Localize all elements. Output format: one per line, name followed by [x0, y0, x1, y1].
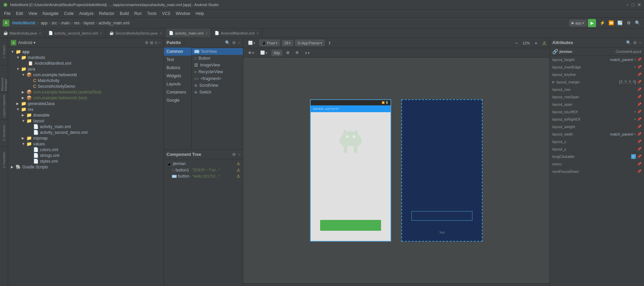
tab-close-btn[interactable]: × [100, 31, 102, 35]
tab-close-btn[interactable]: × [257, 31, 259, 35]
project-panel-gear-icon[interactable]: ⊞ [150, 40, 153, 45]
tab-activity-second-demo[interactable]: 📄 activity_second_demo.xml × [45, 28, 106, 38]
tree-item-colors[interactable]: 📄 colors.xml [8, 147, 163, 152]
toolbar-icon-btn[interactable]: ⚡ [599, 19, 606, 27]
palette-cat-widgets[interactable]: Widgets [164, 72, 191, 80]
attr-val-menu[interactable]: 📌 [597, 162, 642, 166]
palette-cat-text[interactable]: Text [164, 56, 191, 64]
toolbar-run-config[interactable]: ▶ app ▾ [569, 20, 586, 26]
minimize-btn[interactable]: − [626, 2, 629, 7]
menu-item-vcs[interactable]: VCS [159, 11, 173, 17]
side-tab-project[interactable]: 1: Project [0, 38, 8, 65]
attr-val-layout-to-left-of[interactable]: ▾ 📌 [597, 110, 642, 114]
palette-item-imageview[interactable]: 🖼 ImageView [192, 62, 243, 68]
attrs-settings-icon[interactable]: ⚙ [633, 40, 637, 45]
attr-val-layout-to-right-of[interactable]: ▾ 📌 [597, 117, 642, 121]
tree-item-gradle[interactable]: ▶ 🐘 Gradle Scripts [8, 164, 163, 170]
tree-item-com-example[interactable]: ▼ 📦 com.example.helloworld [8, 72, 163, 78]
close-btn[interactable]: ✕ [637, 2, 641, 7]
attr-val-layout-row[interactable]: 📌 [597, 87, 642, 91]
tab-close-btn[interactable]: × [160, 31, 162, 35]
tree-item-android-manifest[interactable]: 📋 AndroidManifest.xml [8, 60, 163, 66]
blueprint-btn[interactable]: ⬜ ▾ [258, 50, 269, 56]
menu-item-window[interactable]: Window [173, 11, 193, 17]
toolbar-icon-btn4[interactable]: ⚙ [625, 19, 632, 27]
tree-item-activity-second-demo[interactable]: 📄 activity_second_demo.xml [8, 129, 163, 135]
palette-minimize-icon[interactable]: − [238, 40, 240, 45]
project-panel-config-icon[interactable]: ⚙ [145, 40, 149, 45]
palette-cat-buttons[interactable]: Buttons [164, 64, 191, 72]
api-selector[interactable]: 📱 Pixel ▾ [259, 40, 280, 46]
zoom-out-btn[interactable]: − [514, 40, 519, 46]
align-btn[interactable]: ≡ ▾ [303, 50, 311, 56]
ct-item-button1[interactable]: □ button1 - "启动另一个ac..." ⚠ [164, 167, 243, 173]
tab-second-activity-demo[interactable]: ☕ SecondActivityDemo.java × [106, 28, 165, 38]
tree-item-strings[interactable]: 📄 strings.xml [8, 152, 163, 158]
tab-close-btn[interactable]: × [205, 31, 207, 35]
project-panel-settings-icon[interactable]: ≡ [155, 40, 157, 45]
palette-item-button[interactable]: □ Button [192, 55, 243, 62]
palette-cat-layouts[interactable]: Layouts [164, 80, 191, 88]
tree-item-manifests[interactable]: ▼ 📁 manifests [8, 55, 163, 60]
palette-item-textview[interactable]: Ab TextView [192, 48, 243, 55]
attr-val-long-clickable[interactable]: ✓ 📌 [597, 154, 642, 159]
attr-val-layout-y[interactable]: 📌 [597, 147, 642, 151]
palette-search-icon[interactable]: 🔍 [225, 40, 230, 45]
palette-item-fragment[interactable]: <> <fragment> [192, 75, 243, 82]
attr-val-next-focus-down[interactable]: 📌 [597, 169, 642, 173]
attr-val-layout-inset-edge[interactable]: ▾ 📌 [597, 65, 642, 69]
attr-val-layout-span[interactable]: 📌 [597, 102, 642, 106]
tree-item-test[interactable]: ▶ 📦 com.example.helloworld (test) [8, 95, 163, 101]
side-tab-favorites[interactable]: Z: Favorites [0, 146, 8, 173]
menu-item-code[interactable]: Code [61, 11, 76, 17]
menu-item-build[interactable]: Build [117, 11, 132, 17]
attrs-minimize-icon[interactable]: − [639, 40, 641, 45]
tree-item-main-activity[interactable]: C MainActivity [8, 78, 163, 83]
menu-item-view[interactable]: View [26, 11, 40, 17]
tree-item-generated-java[interactable]: ▶ 📁 generatedJava [8, 101, 163, 106]
menu-item-navigate[interactable]: Navigate [40, 11, 61, 17]
palette-cat-google[interactable]: Google [164, 96, 191, 104]
menu-item-refactor[interactable]: Refactor [96, 11, 117, 17]
tree-item-app[interactable]: ▼ 📁 app [8, 49, 163, 55]
tab-close-btn[interactable]: × [39, 31, 41, 35]
locale-btn[interactable]: ⟫ [327, 40, 333, 45]
menu-item-tools[interactable]: Tools [145, 11, 159, 17]
layout-options-btn[interactable]: ⚙ [293, 50, 301, 56]
side-tab-layout-captures[interactable]: Layout Captures [0, 92, 8, 119]
tree-item-activity-main[interactable]: 📄 activity_main.xml [8, 124, 163, 129]
constraint-btn[interactable]: 8dp [271, 50, 282, 56]
tree-item-mipmap[interactable]: ▶ 📁 mipmap [8, 135, 163, 141]
attr-val-layout-x[interactable]: 📌 [597, 140, 642, 143]
layout-btn[interactable]: ⊞ [284, 50, 291, 56]
ct-item-button-ab[interactable]: Ab button - "Hello 201752..." ⚠ [164, 173, 243, 179]
palette-cat-containers[interactable]: Containers [164, 88, 191, 96]
menu-item-run[interactable]: Run [132, 11, 145, 17]
menu-item-edit[interactable]: Edit [13, 11, 26, 17]
tree-item-second-activity[interactable]: C SecondActivityDemo [8, 83, 163, 89]
tab-activity-main-xml[interactable]: 📄 activity_main.xml × [165, 28, 211, 38]
component-tree-settings-icon[interactable]: ⚙ [232, 152, 236, 157]
palette-item-switch[interactable]: ⊕ Switch [192, 89, 243, 96]
attr-expand-layout-margin[interactable]: ▶ [552, 80, 555, 84]
tree-item-layout[interactable]: ▼ 📁 layout [8, 118, 163, 124]
palette-item-recyclerview[interactable]: ≡ RecyclerView [192, 68, 243, 75]
search-icon[interactable]: 🔍 [634, 19, 641, 27]
palette-item-scrollview[interactable]: ⊕ ScrollView [192, 82, 243, 89]
project-panel-minimize-icon[interactable]: − [158, 40, 161, 45]
run-button[interactable]: ▶ [588, 19, 596, 27]
zoom-in-btn[interactable]: + [533, 40, 539, 46]
component-tree-minimize-icon[interactable]: − [238, 152, 240, 157]
orientation-btn[interactable]: ⬜ ▾ [246, 40, 257, 46]
tree-item-values[interactable]: ▼ 📁 values [8, 141, 163, 147]
attr-val-layout-row-span[interactable]: 📌 [597, 95, 642, 99]
attrs-search-icon[interactable]: 🔍 [626, 40, 631, 45]
tab-android-manifest[interactable]: 📄 AndroidManifest.xml × [211, 28, 262, 38]
attr-val-layout-keyline[interactable]: 📌 [597, 73, 642, 76]
checkbox-on-icon[interactable]: ✓ [631, 154, 636, 159]
design-surface-btn[interactable]: 👁 ▾ [246, 50, 256, 56]
toolbar-icon-btn2[interactable]: ⏪ [607, 19, 615, 27]
palette-cat-common[interactable]: Common [164, 47, 191, 56]
attr-val-layout-height[interactable]: match_parent ▾ 📌 [597, 58, 642, 62]
tree-item-styles[interactable]: 📄 styles.xml [8, 158, 163, 164]
